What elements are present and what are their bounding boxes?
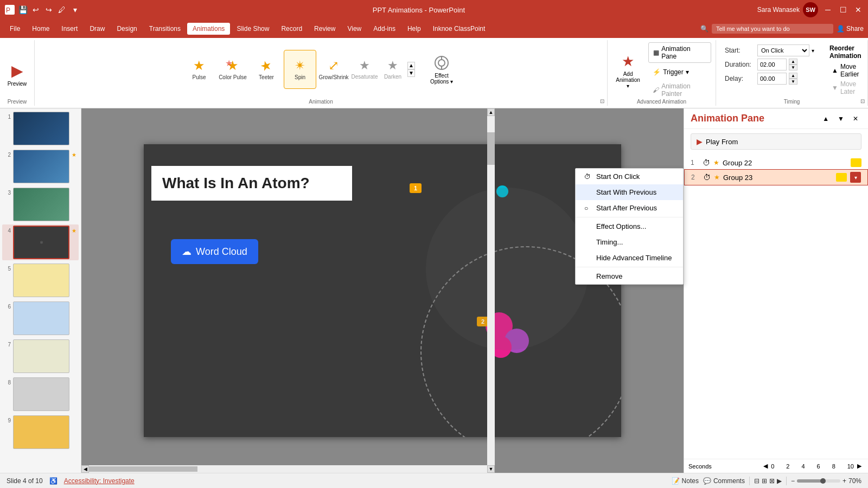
anim-item-2[interactable]: 2 ⏱ ★ Group 23 ▾ [684,169,868,185]
comments-btn[interactable]: 💬 Comments [703,477,745,485]
preview-group-label: Preview [0,99,34,105]
hscroll-thumb[interactable] [89,466,197,472]
menu-file[interactable]: File [4,23,25,35]
animation-teeter[interactable]: ★ Teeter [250,50,283,89]
ctx-hide-label: Hide Advanced Timeline [596,254,672,262]
effect-options-btn[interactable]: Effect Options ▾ [424,45,459,94]
scroll-down-btn[interactable]: ▼ [407,69,415,77]
view-slide-sorter-btn[interactable]: ⊞ [762,477,767,485]
menu-addins[interactable]: Add-ins [368,23,401,35]
anim-painter-btn[interactable]: 🖌 Animation Painter [648,80,711,100]
anim-pane-down-btn[interactable]: ▼ [834,114,847,124]
slide-thumb-1[interactable]: 1 [2,111,79,146]
zoom-in-btn[interactable]: + [843,477,846,485]
menu-design[interactable]: Design [111,23,142,35]
animation-darken[interactable]: ★ Darken [379,50,406,89]
ctx-timing[interactable]: Timing... [576,234,683,250]
zoom-handle[interactable] [820,478,826,484]
close-btn[interactable]: ✕ [853,4,864,15]
animation-color-pulse[interactable]: ★ ★ Color Pulse [216,50,249,89]
slide-thumb-4[interactable]: 4 ⚛ ★ [2,224,79,260]
timing-group-expand[interactable]: ⊡ [859,97,866,105]
menu-home[interactable]: Home [27,23,55,35]
slide-thumb-7[interactable]: 7 [2,338,79,374]
move-later-label: Move Later [840,80,859,95]
customize-quick-btn[interactable]: ▾ [69,4,80,15]
restore-btn[interactable]: ☐ [838,4,848,15]
animation-spin[interactable]: ✴ Spin [284,50,316,89]
delay-up-btn[interactable]: ▲ [789,73,797,79]
menu-insert[interactable]: Insert [56,23,83,35]
slide-thumb-5[interactable]: 5 [2,262,79,298]
anim-item-1[interactable]: 1 ⏱ ★ Group 22 [684,156,868,169]
preview-btn[interactable]: ▶ Preview [3,60,32,89]
wordcloud-btn[interactable]: ☁ Word Cloud [171,239,258,264]
slide-img-2 [13,150,69,183]
start-select[interactable]: On Click With Previous After Previous [757,44,809,56]
menu-animations[interactable]: Animations [187,23,230,35]
menu-help[interactable]: Help [402,23,426,35]
ctx-start-on-click[interactable]: ⏱ Start On Click [576,169,683,184]
mark-quick-btn[interactable]: 🖊 [56,4,67,15]
slide-thumb-8[interactable]: 8 [2,376,79,412]
hscroll-left[interactable]: ◀ [81,465,89,473]
menu-slideshow[interactable]: Slide Show [231,23,275,35]
menu-classpoint[interactable]: Inknoe ClassPoint [427,23,491,35]
duration-input[interactable] [757,59,787,70]
slide-thumb-9[interactable]: 9 [2,414,79,450]
vscroll-thumb[interactable] [487,132,495,165]
view-slideshow-btn[interactable]: ▶ [777,477,782,485]
ctx-start-after-previous[interactable]: ○ Start After Previous [576,200,683,216]
scroll-up-btn[interactable]: ▲ [407,62,415,69]
menu-view[interactable]: View [342,23,367,35]
zoom-out-btn[interactable]: − [791,477,795,485]
anim-pane-up-btn[interactable]: ▲ [819,114,832,124]
animation-pulse[interactable]: ★ Pulse [183,50,215,89]
move-later-btn[interactable]: ▼ Move Later [829,79,861,97]
search-box[interactable]: Tell me what you want to do [712,24,833,34]
play-from-btn[interactable]: ▶ Play From [691,133,861,150]
seconds-label[interactable]: Seconds [688,463,712,470]
notes-btn[interactable]: 📝 Notes [672,477,699,485]
move-earlier-btn[interactable]: ▲ Move Earlier [829,62,861,79]
duration-down-btn[interactable]: ▼ [789,65,797,70]
redo-quick-btn[interactable]: ↪ [43,4,54,15]
ctx-start-with-previous[interactable]: Start With Previous [576,184,683,200]
slide-thumb-2[interactable]: 2 ★ [2,149,79,184]
slide-thumb-6[interactable]: 6 [2,300,79,336]
accessibility-label[interactable]: Accessibility: Investigate [64,477,135,485]
save-quick-btn[interactable]: 💾 [17,4,28,15]
view-normal-btn[interactable]: ⊟ [754,477,760,485]
start-row: Start: On Click With Previous After Prev… [725,44,814,56]
timeline-next-btn[interactable]: ▶ [855,461,864,471]
anim-dropdown-btn[interactable]: ▾ [850,172,861,183]
animation-group-expand[interactable]: ⊡ [598,97,606,105]
grow-shrink-icon: ⤢ [328,58,339,73]
animation-pane-btn[interactable]: ▦ Animation Pane [648,42,711,63]
animation-grow-shrink[interactable]: ⤢ Grow/Shrink [317,50,350,89]
menu-draw[interactable]: Draw [84,23,110,35]
add-animation-btn[interactable]: ★ AddAnimation ▾ [612,47,644,95]
duration-up-btn[interactable]: ▲ [789,59,797,65]
undo-quick-btn[interactable]: ↩ [30,4,41,15]
vscroll-down[interactable]: ▼ [487,465,495,473]
delay-down-btn[interactable]: ▼ [789,79,797,85]
ctx-effect-options[interactable]: Effect Options... [576,219,683,234]
ctx-remove[interactable]: Remove [576,268,683,284]
anim-pane-close-btn[interactable]: ✕ [850,114,861,124]
menu-review[interactable]: Review [309,23,341,35]
menu-record[interactable]: Record [276,23,308,35]
animation-desaturate[interactable]: ★ Desaturate [351,50,378,89]
slide-thumb-3[interactable]: 3 [2,187,79,222]
view-reading-btn[interactable]: ⊠ [769,477,775,485]
vscroll-up[interactable]: ▲ [487,108,495,116]
menu-transitions[interactable]: Transitions [144,23,186,35]
zoom-slider[interactable] [797,479,840,483]
timeline-prev-btn[interactable]: ◀ [761,461,770,471]
share-btn[interactable]: 👤 Share [837,25,864,33]
minimize-btn[interactable]: ─ [822,4,833,15]
trigger-btn[interactable]: ⚡ Trigger ▾ [648,66,711,78]
ctx-hide-advanced[interactable]: Hide Advanced Timeline [576,250,683,266]
delay-input[interactable] [757,73,787,85]
delay-label: Delay: [725,75,755,82]
